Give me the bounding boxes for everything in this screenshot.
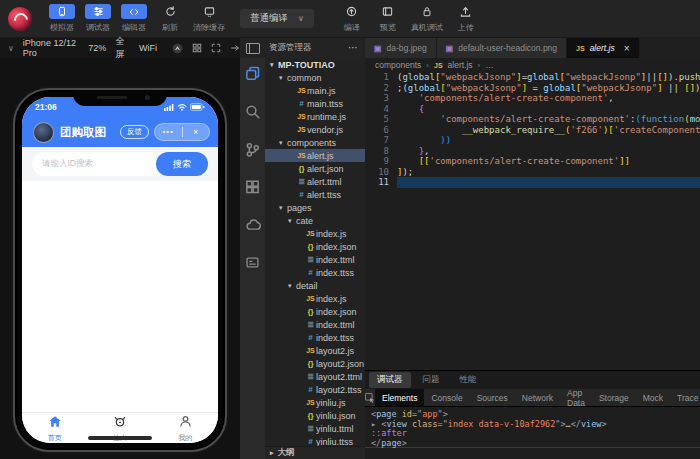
outline-section[interactable]: ▸ 大纲 [265, 446, 365, 459]
console-drawer[interactable] [365, 447, 700, 459]
tree-item[interactable]: ▾detail [265, 279, 365, 292]
code-line[interactable]: 10]); [365, 167, 700, 178]
tabbar-item-首页[interactable]: 首页 [22, 413, 87, 443]
editor-tab[interactable]: ▣da-bg.jpeg [365, 38, 437, 58]
code-line[interactable]: 4 { [365, 104, 700, 115]
tree-item[interactable]: #main.ttss [265, 97, 365, 110]
tree-item[interactable]: #index.ttss [265, 331, 365, 344]
panel-tab[interactable]: 问题 [415, 372, 448, 388]
tree-item[interactable]: ≣index.ttml [265, 318, 365, 331]
toolbar-simulator-button[interactable]: 模拟器 [49, 4, 75, 33]
toolbar-refresh-button[interactable]: 刷新 [157, 4, 183, 33]
cloud-icon[interactable] [245, 218, 261, 234]
tree-item[interactable]: ≣yinliu.ttml [265, 422, 365, 435]
toolbar-preview-button[interactable]: 预览 [375, 4, 401, 33]
more-menu-icon[interactable]: ••• [155, 129, 182, 135]
tree-item[interactable]: JSvendor.js [265, 123, 365, 136]
tree-item[interactable]: JSmain.js [265, 84, 365, 97]
code-line[interactable]: 8 }, [365, 146, 700, 157]
toolbar-clear-cache-button[interactable]: 清除缓存 [193, 4, 225, 33]
breadcrumb-file[interactable]: alert.js [448, 60, 473, 70]
feedback-card-icon[interactable] [245, 256, 261, 272]
feedback-pill-button[interactable]: 反馈 [120, 125, 149, 139]
tree-item[interactable]: JSyinliu.js [265, 396, 365, 409]
devtools-tab-elements[interactable]: Elements [375, 389, 424, 406]
tree-item[interactable]: JSindex.js [265, 227, 365, 240]
tree-item[interactable]: #layout2.ttss [265, 383, 365, 396]
tree-item[interactable]: ▾components [265, 136, 365, 149]
editor-tab[interactable]: JSalert.js× [567, 38, 639, 58]
close-miniapp-icon[interactable]: × [183, 127, 210, 137]
tree-item[interactable]: {}index.json [265, 240, 365, 253]
close-icon[interactable]: × [624, 43, 630, 54]
tree-item[interactable]: ▾common [265, 71, 365, 84]
code-line[interactable]: 5 'components/alert-create-component':(f… [365, 114, 700, 125]
inspect-element-icon[interactable] [365, 393, 375, 403]
devtools-tab-app-data[interactable]: App Data [560, 389, 592, 406]
tree-item[interactable]: JSruntime.js [265, 110, 365, 123]
tree-item[interactable]: {}index.json [265, 305, 365, 318]
home-indicator[interactable] [88, 436, 152, 440]
extensions-icon[interactable] [245, 180, 261, 196]
explorer-icon[interactable] [245, 66, 261, 82]
tree-item[interactable]: ▾cate [265, 214, 365, 227]
devtools-tab-mock[interactable]: Mock [636, 389, 670, 406]
editor-tab[interactable]: ▣default-user-headicon.png [437, 38, 567, 58]
tree-item[interactable]: ≣layout2.ttml [265, 370, 365, 383]
devtools-tab-network[interactable]: Network [515, 389, 560, 406]
tree-item[interactable]: #alert.ttss [265, 188, 365, 201]
search-icon[interactable] [245, 104, 261, 120]
code-line[interactable]: 7 )) [365, 135, 700, 146]
devtools-tab-storage[interactable]: Storage [592, 389, 636, 406]
code-line[interactable]: 1(global["webpackJsonp"]=global["webpack… [365, 72, 700, 83]
tree-root-item[interactable]: ▾MP-TOUTIAO [265, 58, 365, 71]
source-control-icon[interactable] [245, 142, 261, 158]
tree-item[interactable]: JSindex.js [265, 292, 365, 305]
zoom-level[interactable]: 72% [88, 43, 106, 53]
network-mode[interactable]: WiFi [139, 43, 157, 53]
tree-item[interactable]: JSlayout2.js [265, 344, 365, 357]
tree-item[interactable]: #index.ttss [265, 266, 365, 279]
more-actions-icon[interactable]: ⋯ [348, 45, 359, 51]
code-lines[interactable]: 1(global["webpackJsonp"]=global["webpack… [365, 72, 700, 188]
search-input[interactable]: 请输入ID搜索 [32, 152, 168, 176]
avatar[interactable] [33, 122, 54, 143]
tree-item[interactable]: ≣alert.ttml [265, 175, 365, 188]
dom-node-line[interactable]: ▸ <view class="index data-v-10af2962">…<… [371, 420, 700, 430]
toolbar-debugger-button[interactable]: 调试器 [85, 4, 111, 33]
devtools-tab-console[interactable]: Console [424, 389, 469, 406]
elements-tree[interactable]: <page id="app">▸ <view class="index data… [365, 407, 700, 447]
device-chevron-icon[interactable]: ∨ [8, 44, 14, 53]
device-name[interactable]: iPhone 12/12 Pro [23, 38, 80, 58]
menu-circle-icon[interactable] [172, 43, 183, 54]
toolbar-upload-button[interactable]: 上传 [453, 4, 479, 33]
sidebar-panel-icon[interactable] [246, 43, 260, 54]
dom-node-line[interactable]: ::after [371, 429, 700, 439]
toolbar-compile-button[interactable]: 编译 [339, 4, 365, 33]
breadcrumb-folder[interactable]: components [375, 60, 421, 70]
search-button[interactable]: 搜索 [156, 152, 208, 176]
code-line[interactable]: 3 'components/alert-create-component', [365, 93, 700, 104]
tabbar-item-我的[interactable]: 我的 [153, 413, 218, 443]
toolbar-editor-button[interactable]: 编辑器 [121, 4, 147, 33]
devtools-tab-trace[interactable]: Trace [670, 389, 700, 406]
tree-item[interactable]: ≣index.ttml [265, 253, 365, 266]
code-line[interactable]: 9 [['components/alert-create-component']… [365, 156, 700, 167]
devtools-tab-sources[interactable]: Sources [470, 389, 515, 406]
compile-mode-select[interactable]: 普通编译 ∨ [240, 9, 314, 28]
tree-item[interactable]: {}alert.json [265, 162, 365, 175]
code-editor[interactable]: components › JS alert.js › … 1(global["w… [365, 58, 700, 370]
panel-tab[interactable]: 调试器 [369, 372, 411, 388]
tree-item[interactable]: {}layout2.json [265, 357, 365, 370]
code-line[interactable]: 2;(global["webpackJsonp"] = global["webp… [365, 83, 700, 94]
tree-item[interactable]: {}yinliu.json [265, 409, 365, 422]
code-line[interactable]: 6 __webpack_require__('f266')['createCom… [365, 125, 700, 136]
grid-icon[interactable] [192, 43, 202, 53]
screenshot-icon[interactable] [211, 43, 221, 53]
current-code-line[interactable]: 11 [365, 177, 700, 188]
tree-item[interactable]: ▾pages [265, 201, 365, 214]
toolbar-device-debug-button[interactable]: 真机调试 [411, 4, 443, 33]
panel-tab[interactable]: 性能 [452, 372, 485, 388]
tree-item[interactable]: JSalert.js [265, 149, 365, 162]
collapse-arrow-icon[interactable] [230, 43, 240, 53]
